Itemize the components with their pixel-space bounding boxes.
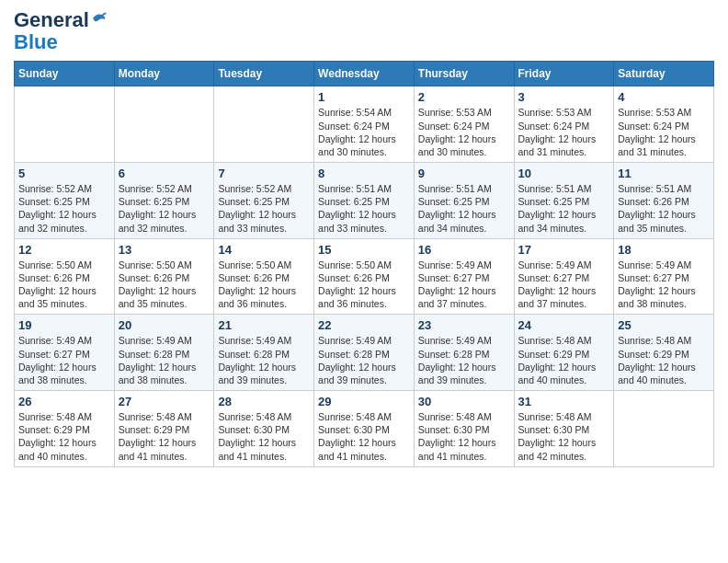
calendar-cell: 23Sunrise: 5:49 AM Sunset: 6:28 PM Dayli… bbox=[414, 315, 514, 391]
calendar-cell: 1Sunrise: 5:54 AM Sunset: 6:24 PM Daylig… bbox=[314, 86, 415, 163]
day-number: 18 bbox=[618, 243, 710, 257]
day-info: Sunrise: 5:48 AM Sunset: 6:29 PM Dayligh… bbox=[119, 410, 210, 463]
calendar-cell: 7Sunrise: 5:52 AM Sunset: 6:25 PM Daylig… bbox=[214, 163, 314, 239]
calendar-cell: 26Sunrise: 5:48 AM Sunset: 6:29 PM Dayli… bbox=[15, 391, 115, 467]
calendar-cell: 28Sunrise: 5:48 AM Sunset: 6:30 PM Dayli… bbox=[214, 391, 314, 467]
day-header-tuesday: Tuesday bbox=[214, 62, 314, 86]
calendar-table: SundayMondayTuesdayWednesdayThursdayFrid… bbox=[14, 61, 714, 466]
day-info: Sunrise: 5:50 AM Sunset: 6:26 PM Dayligh… bbox=[119, 259, 210, 311]
day-number: 19 bbox=[18, 318, 110, 332]
calendar-cell: 3Sunrise: 5:53 AM Sunset: 6:24 PM Daylig… bbox=[514, 86, 614, 163]
calendar-cell: 22Sunrise: 5:49 AM Sunset: 6:28 PM Dayli… bbox=[314, 315, 415, 391]
day-header-saturday: Saturday bbox=[614, 62, 714, 86]
calendar-cell: 11Sunrise: 5:51 AM Sunset: 6:26 PM Dayli… bbox=[614, 163, 714, 239]
calendar-cell: 12Sunrise: 5:50 AM Sunset: 6:26 PM Dayli… bbox=[15, 238, 115, 315]
calendar-cell: 5Sunrise: 5:52 AM Sunset: 6:25 PM Daylig… bbox=[15, 163, 115, 239]
calendar-cell bbox=[214, 86, 314, 163]
day-number: 11 bbox=[618, 167, 710, 180]
calendar-cell: 29Sunrise: 5:48 AM Sunset: 6:30 PM Dayli… bbox=[314, 391, 415, 467]
day-number: 1 bbox=[318, 90, 410, 104]
day-info: Sunrise: 5:52 AM Sunset: 6:25 PM Dayligh… bbox=[119, 182, 210, 235]
day-info: Sunrise: 5:52 AM Sunset: 6:25 PM Dayligh… bbox=[18, 182, 110, 235]
day-info: Sunrise: 5:49 AM Sunset: 6:27 PM Dayligh… bbox=[418, 259, 510, 311]
calendar-cell bbox=[114, 86, 214, 163]
calendar-cell: 27Sunrise: 5:48 AM Sunset: 6:29 PM Dayli… bbox=[114, 391, 214, 467]
day-number: 10 bbox=[518, 167, 610, 180]
day-info: Sunrise: 5:49 AM Sunset: 6:28 PM Dayligh… bbox=[318, 334, 410, 386]
day-info: Sunrise: 5:52 AM Sunset: 6:25 PM Dayligh… bbox=[218, 182, 310, 235]
calendar-week-1: 1Sunrise: 5:54 AM Sunset: 6:24 PM Daylig… bbox=[15, 86, 714, 163]
day-info: Sunrise: 5:48 AM Sunset: 6:29 PM Dayligh… bbox=[518, 334, 610, 386]
day-info: Sunrise: 5:49 AM Sunset: 6:27 PM Dayligh… bbox=[18, 334, 110, 386]
calendar-week-2: 5Sunrise: 5:52 AM Sunset: 6:25 PM Daylig… bbox=[15, 163, 714, 239]
day-number: 7 bbox=[218, 167, 310, 180]
day-header-sunday: Sunday bbox=[15, 62, 115, 86]
calendar-cell: 31Sunrise: 5:48 AM Sunset: 6:30 PM Dayli… bbox=[514, 391, 614, 467]
day-info: Sunrise: 5:48 AM Sunset: 6:30 PM Dayligh… bbox=[318, 410, 410, 463]
calendar-cell: 16Sunrise: 5:49 AM Sunset: 6:27 PM Dayli… bbox=[414, 238, 514, 315]
day-number: 20 bbox=[119, 318, 210, 332]
day-number: 17 bbox=[518, 243, 610, 257]
day-info: Sunrise: 5:49 AM Sunset: 6:27 PM Dayligh… bbox=[518, 259, 610, 311]
day-info: Sunrise: 5:49 AM Sunset: 6:28 PM Dayligh… bbox=[418, 334, 510, 386]
day-number: 31 bbox=[518, 395, 610, 408]
day-number: 6 bbox=[119, 167, 210, 180]
day-header-monday: Monday bbox=[114, 62, 214, 86]
calendar-cell bbox=[614, 391, 714, 467]
day-number: 23 bbox=[418, 318, 510, 332]
day-info: Sunrise: 5:50 AM Sunset: 6:26 PM Dayligh… bbox=[218, 259, 310, 311]
day-info: Sunrise: 5:50 AM Sunset: 6:26 PM Dayligh… bbox=[18, 259, 110, 311]
calendar-header-row: SundayMondayTuesdayWednesdayThursdayFrid… bbox=[15, 62, 714, 86]
day-number: 9 bbox=[418, 167, 510, 180]
day-info: Sunrise: 5:53 AM Sunset: 6:24 PM Dayligh… bbox=[518, 106, 610, 158]
day-number: 22 bbox=[318, 318, 410, 332]
day-header-thursday: Thursday bbox=[414, 62, 514, 86]
day-number: 25 bbox=[618, 318, 710, 332]
day-info: Sunrise: 5:49 AM Sunset: 6:27 PM Dayligh… bbox=[618, 259, 710, 311]
logo-text: General Blue bbox=[14, 8, 89, 53]
day-number: 30 bbox=[418, 395, 510, 408]
day-number: 14 bbox=[218, 243, 310, 257]
logo: General Blue bbox=[14, 9, 89, 53]
calendar-cell: 14Sunrise: 5:50 AM Sunset: 6:26 PM Dayli… bbox=[214, 238, 314, 315]
calendar-cell: 25Sunrise: 5:48 AM Sunset: 6:29 PM Dayli… bbox=[614, 315, 714, 391]
calendar-cell: 15Sunrise: 5:50 AM Sunset: 6:26 PM Dayli… bbox=[314, 238, 415, 315]
calendar-week-4: 19Sunrise: 5:49 AM Sunset: 6:27 PM Dayli… bbox=[15, 315, 714, 391]
day-number: 26 bbox=[18, 395, 110, 408]
day-number: 27 bbox=[119, 395, 210, 408]
day-number: 21 bbox=[218, 318, 310, 332]
bird-icon bbox=[91, 11, 108, 26]
day-number: 24 bbox=[518, 318, 610, 332]
day-info: Sunrise: 5:51 AM Sunset: 6:25 PM Dayligh… bbox=[518, 182, 610, 235]
calendar-cell: 6Sunrise: 5:52 AM Sunset: 6:25 PM Daylig… bbox=[114, 163, 214, 239]
calendar-cell: 10Sunrise: 5:51 AM Sunset: 6:25 PM Dayli… bbox=[514, 163, 614, 239]
calendar-cell: 8Sunrise: 5:51 AM Sunset: 6:25 PM Daylig… bbox=[314, 163, 415, 239]
day-header-friday: Friday bbox=[514, 62, 614, 86]
day-info: Sunrise: 5:48 AM Sunset: 6:29 PM Dayligh… bbox=[618, 334, 710, 386]
day-info: Sunrise: 5:54 AM Sunset: 6:24 PM Dayligh… bbox=[318, 106, 410, 158]
calendar-cell bbox=[15, 86, 115, 163]
day-number: 3 bbox=[518, 90, 610, 104]
logo-general: General bbox=[14, 8, 89, 31]
day-info: Sunrise: 5:48 AM Sunset: 6:30 PM Dayligh… bbox=[518, 410, 610, 463]
day-info: Sunrise: 5:51 AM Sunset: 6:26 PM Dayligh… bbox=[618, 182, 710, 235]
day-info: Sunrise: 5:48 AM Sunset: 6:30 PM Dayligh… bbox=[418, 410, 510, 463]
calendar-cell: 4Sunrise: 5:53 AM Sunset: 6:24 PM Daylig… bbox=[614, 86, 714, 163]
logo-blue: Blue bbox=[14, 30, 58, 53]
calendar-cell: 20Sunrise: 5:49 AM Sunset: 6:28 PM Dayli… bbox=[114, 315, 214, 391]
calendar-cell: 2Sunrise: 5:53 AM Sunset: 6:24 PM Daylig… bbox=[414, 86, 514, 163]
day-header-wednesday: Wednesday bbox=[314, 62, 415, 86]
day-number: 8 bbox=[318, 167, 410, 180]
day-info: Sunrise: 5:51 AM Sunset: 6:25 PM Dayligh… bbox=[318, 182, 410, 235]
calendar-cell: 24Sunrise: 5:48 AM Sunset: 6:29 PM Dayli… bbox=[514, 315, 614, 391]
day-number: 5 bbox=[18, 167, 110, 180]
calendar-cell: 30Sunrise: 5:48 AM Sunset: 6:30 PM Dayli… bbox=[414, 391, 514, 467]
day-number: 28 bbox=[218, 395, 310, 408]
calendar-cell: 19Sunrise: 5:49 AM Sunset: 6:27 PM Dayli… bbox=[15, 315, 115, 391]
day-number: 4 bbox=[618, 90, 710, 104]
calendar-cell: 17Sunrise: 5:49 AM Sunset: 6:27 PM Dayli… bbox=[514, 238, 614, 315]
day-info: Sunrise: 5:49 AM Sunset: 6:28 PM Dayligh… bbox=[119, 334, 210, 386]
day-info: Sunrise: 5:53 AM Sunset: 6:24 PM Dayligh… bbox=[618, 106, 710, 158]
day-info: Sunrise: 5:51 AM Sunset: 6:25 PM Dayligh… bbox=[418, 182, 510, 235]
header: General Blue bbox=[14, 9, 714, 53]
